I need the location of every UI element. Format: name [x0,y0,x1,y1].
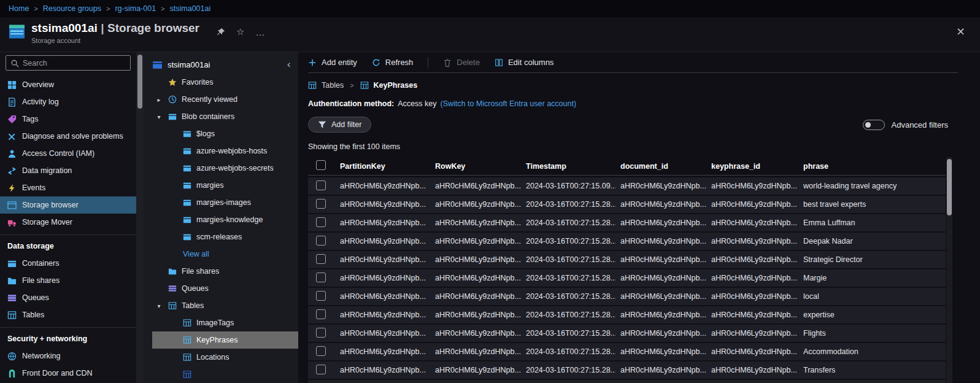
pin-icon[interactable] [217,28,225,36]
sidebar-item-label: Tables [22,311,44,319]
column-header-phrase[interactable]: phrase [798,162,946,171]
table-scrollbar-thumb[interactable] [947,159,952,215]
breadcrumb-resource-groups[interactable]: Resource groups [43,4,101,13]
table-row[interactable]: aHR0cHM6Ly9zdHNpb... aHR0cHM6Ly9zdHNpb..… [308,251,946,268]
select-all-checkbox[interactable] [316,160,326,170]
row-checkbox[interactable] [316,273,326,282]
delete-button[interactable]: Delete [443,58,480,67]
resource-menu-search[interactable] [6,55,131,71]
tree-item-table[interactable]: ImageTags [144,314,298,331]
table-row[interactable]: aHR0cHM6Ly9zdHNpb... aHR0cHM6Ly9zdHNpb..… [308,214,946,231]
row-checkbox[interactable] [316,217,326,227]
tree-item-container[interactable]: scm-releases [144,228,298,246]
cell-document-id: aHR0cHM6Ly9zdHNpb... [615,347,706,356]
table-row[interactable]: aHR0cHM6Ly9zdHNpb... aHR0cHM6Ly9zdHNpb..… [308,269,946,287]
row-checkbox[interactable] [316,236,326,246]
sidebar-item-storage-mover[interactable]: Storage Mover [0,214,136,231]
advanced-filters-toggle[interactable] [863,120,885,130]
tree-item-recently-viewed[interactable]: ▸ Recently viewed [144,91,298,108]
container-icon [183,147,191,155]
tree-item-table-selected[interactable]: KeyPhrases [152,331,298,349]
column-header-timestamp[interactable]: Timestamp [521,162,615,171]
sidebar-item-access-control[interactable]: Access Control (IAM) [0,145,136,162]
chevron-down-icon[interactable]: ▾ [155,114,163,120]
table-row[interactable]: aHR0cHM6Ly9zdHNpb... aHR0cHM6Ly9zdHNpb..… [308,233,946,250]
tree-item-queues[interactable]: Queues [144,280,298,297]
sidebar-item-queues[interactable]: Queues [0,289,136,306]
tree-item-favorites[interactable]: Favorites [144,74,298,91]
table-scrollbar[interactable] [946,157,952,383]
tree-item-partial[interactable] [144,366,298,383]
tree-item-view-all[interactable]: View all [144,246,298,263]
tree-item-container[interactable]: azure-webjobs-secrets [144,160,298,177]
table-row[interactable]: aHR0cHM6Ly9zdHNpb... aHR0cHM6Ly9zdHNpb..… [308,196,946,213]
tree-item-file-shares[interactable]: File shares [144,263,298,280]
refresh-button[interactable]: Refresh [372,58,414,67]
edit-columns-button[interactable]: Edit columns [495,58,554,67]
row-checkbox[interactable] [316,328,326,338]
sidebar-item-label: Events [22,184,45,192]
add-entity-button[interactable]: Add entity [308,58,357,67]
close-icon[interactable]: × [956,25,965,37]
breadcrumb-resource-group[interactable]: rg-sima-001 [115,4,156,13]
tree-item-container[interactable]: margies [144,177,298,194]
column-header-document-id[interactable]: document_id [615,162,706,171]
table-row[interactable]: aHR0cHM6Ly9zdHNpb... aHR0cHM6Ly9zdHNpb..… [308,288,946,305]
sidebar-scrollbar-thumb[interactable] [137,55,142,109]
cell-phrase: world-leading travel agency [798,182,946,190]
tree-item-tables[interactable]: ▾ Tables [144,297,298,314]
table-row[interactable]: aHR0cHM6Ly9zdHNpb... aHR0cHM6Ly9zdHNpb..… [308,306,946,323]
sidebar-scrollbar[interactable] [136,52,144,383]
collapse-panel-icon[interactable]: ‹ [287,60,291,70]
auth-switch-link[interactable]: (Switch to Microsoft Entra user account) [440,99,576,108]
column-header-partitionkey[interactable]: PartitionKey [335,162,430,171]
cell-timestamp: 2024-03-16T00:27:15.28... [521,237,615,246]
tree-item-container[interactable]: margies-knowledge [144,211,298,228]
cell-timestamp: 2024-03-16T00:27:15.28... [521,200,615,209]
table-row[interactable]: aHR0cHM6Ly9zdHNpb... aHR0cHM6Ly9zdHNpb..… [308,177,946,195]
table-row[interactable] [308,380,946,383]
row-checkbox[interactable] [316,254,326,264]
row-checkbox[interactable] [316,291,326,301]
favorite-star-icon[interactable]: ☆ [236,26,244,37]
sidebar-item-tables[interactable]: Tables [0,306,136,323]
sidebar-item-storage-browser[interactable]: Storage browser [0,196,136,214]
tree-item-container[interactable]: margies-images [144,194,298,211]
tree-item-blob-containers[interactable]: ▾ Blob containers [144,108,298,125]
row-checkbox[interactable] [316,365,326,374]
more-options-icon[interactable]: … [255,27,265,37]
chevron-right-icon[interactable]: ▸ [155,96,163,103]
column-header-keyphrase-id[interactable]: keyphrase_id [706,162,798,171]
sidebar-item-activity-log[interactable]: Activity log [0,93,136,110]
sidebar-item-tags[interactable]: Tags [0,110,136,128]
front-door-icon [7,369,17,378]
table-row[interactable]: aHR0cHM6Ly9zdHNpb... aHR0cHM6Ly9zdHNpb..… [308,325,946,342]
chevron-down-icon[interactable]: ▾ [155,303,163,309]
column-header-rowkey[interactable]: RowKey [430,162,521,171]
tree-item-table[interactable]: Locations [144,349,298,366]
row-checkbox[interactable] [316,180,326,190]
row-checkbox[interactable] [316,199,326,209]
breadcrumb-home[interactable]: Home [9,4,29,13]
add-filter-button[interactable]: Add filter [308,117,371,133]
sidebar-item-networking[interactable]: Networking [0,347,136,365]
tables-icon [7,311,17,320]
search-input[interactable] [23,59,126,68]
tree-item-container[interactable]: azure-webjobs-hosts [144,142,298,160]
sidebar-item-front-door[interactable]: Front Door and CDN [0,365,136,382]
tree-root[interactable]: stsima001ai ‹ [144,55,298,74]
row-checkbox[interactable] [316,346,326,356]
row-checkbox[interactable] [316,309,326,319]
table-row[interactable]: aHR0cHM6Ly9zdHNpb... aHR0cHM6Ly9zdHNpb..… [308,362,946,379]
sidebar-item-events[interactable]: Events [0,179,136,196]
table-row[interactable]: aHR0cHM6Ly9zdHNpb... aHR0cHM6Ly9zdHNpb..… [308,343,946,360]
breadcrumb-storage-account[interactable]: stsima001ai [170,4,211,13]
tree-item-container[interactable]: $logs [144,125,298,142]
view-all-link[interactable]: View all [183,250,209,258]
sidebar-item-overview[interactable]: Overview [0,76,136,93]
sidebar-item-containers[interactable]: Containers [0,255,136,272]
sidebar-item-diagnose[interactable]: Diagnose and solve problems [0,128,136,145]
sidebar-item-data-migration[interactable]: Data migration [0,162,136,179]
sidebar-item-file-shares[interactable]: File shares [0,272,136,289]
breadcrumb-tables[interactable]: Tables [322,81,344,90]
